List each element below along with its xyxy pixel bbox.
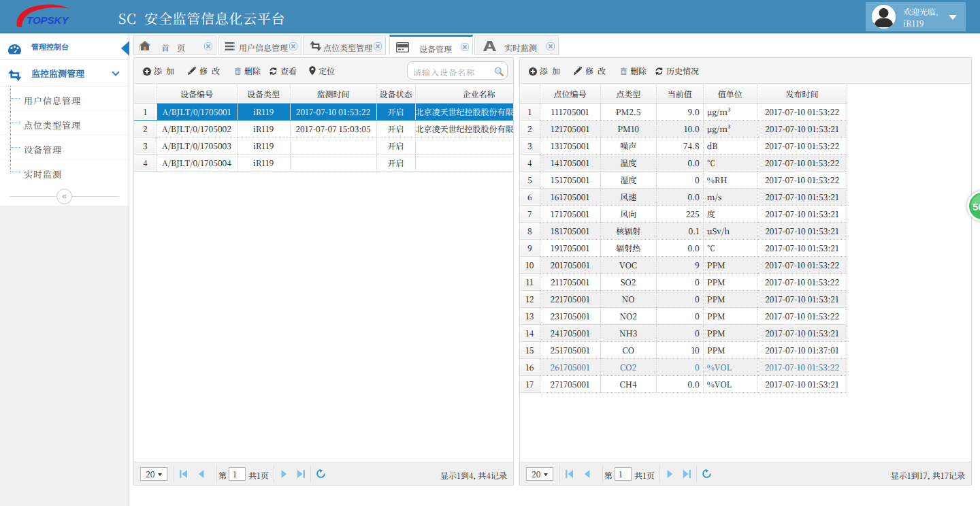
svg-text:TOPSKY: TOPSKY xyxy=(27,14,69,26)
